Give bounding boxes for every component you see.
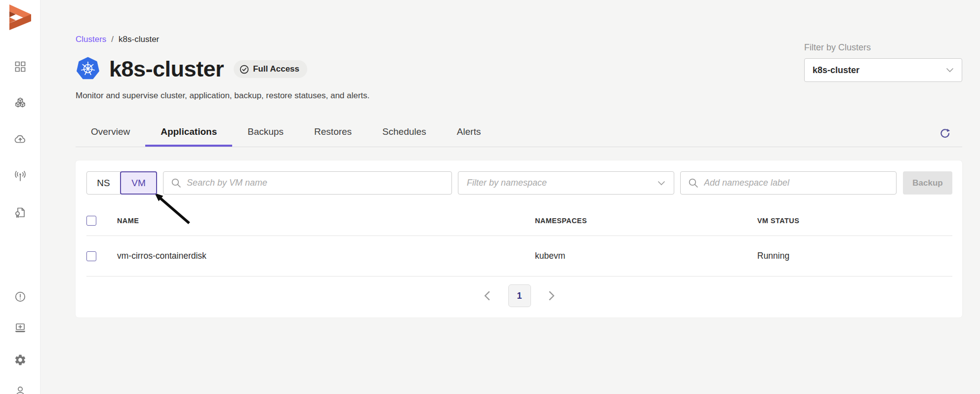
alerts-exclamation-icon[interactable] <box>13 289 28 304</box>
column-header-name: NAME <box>117 217 535 225</box>
vm-search-box <box>163 171 452 195</box>
breadcrumb-clusters-link[interactable]: Clusters <box>76 35 106 44</box>
access-badge: Full Access <box>234 60 307 78</box>
reports-certificate-icon[interactable] <box>13 205 28 220</box>
refresh-icon[interactable] <box>939 128 951 141</box>
tab-overview[interactable]: Overview <box>76 119 145 147</box>
search-icon <box>688 178 698 188</box>
vm-search-input[interactable] <box>187 178 444 188</box>
namespace-label-input[interactable] <box>704 178 889 188</box>
cluster-filter: Filter by Clusters k8s-cluster <box>804 42 962 82</box>
applications-cubes-icon[interactable] <box>13 96 28 111</box>
chevron-right-icon[interactable] <box>546 290 558 302</box>
ns-toggle-button[interactable]: NS <box>86 171 121 195</box>
tab-alerts[interactable]: Alerts <box>442 119 496 147</box>
chevron-down-icon <box>657 181 665 186</box>
search-icon <box>171 178 181 188</box>
applications-panel: NS VM Filter by namespace <box>76 160 962 317</box>
access-badge-label: Full Access <box>253 64 299 74</box>
kubernetes-icon <box>76 57 100 81</box>
cell-namespaces: kubevm <box>535 251 757 261</box>
vm-toggle-button[interactable]: VM <box>120 171 157 195</box>
cluster-filter-label: Filter by Clusters <box>804 42 962 53</box>
breadcrumb-separator: / <box>111 35 114 44</box>
sidebar-nav <box>13 59 28 394</box>
namespace-filter-placeholder: Filter by namespace <box>467 178 547 188</box>
dashboard-grid-icon[interactable] <box>13 59 28 74</box>
cluster-select-value: k8s-cluster <box>813 65 859 76</box>
column-header-namespaces: NAMESPACES <box>535 217 757 225</box>
cell-vm-status: Running <box>757 251 952 261</box>
table-row: vm-cirros-containerdisk kubevm Running <box>86 236 952 276</box>
chevron-left-icon[interactable] <box>482 290 493 302</box>
tab-restores[interactable]: Restores <box>299 119 367 147</box>
column-header-vm-status: VM STATUS <box>757 217 952 225</box>
toolbar: NS VM Filter by namespace <box>86 171 952 195</box>
check-circle-icon <box>240 65 249 74</box>
chevron-down-icon <box>946 68 954 73</box>
page-number-button[interactable]: 1 <box>508 284 531 307</box>
select-all-checkbox[interactable] <box>86 216 96 226</box>
breadcrumb: Clusters / k8s-cluster <box>76 35 369 44</box>
settings-gear-icon[interactable] <box>13 353 28 367</box>
cluster-select[interactable]: k8s-cluster <box>804 58 962 82</box>
namespace-label-box <box>680 171 897 195</box>
table-header-row: NAME NAMESPACES VM STATUS <box>86 205 952 236</box>
page-header: Clusters / k8s-cluster <box>76 35 369 101</box>
cell-vm-name: vm-cirros-containerdisk <box>117 251 535 261</box>
row-checkbox[interactable] <box>86 251 96 261</box>
tab-schedules[interactable]: Schedules <box>367 119 442 147</box>
profile-user-icon[interactable] <box>13 384 28 394</box>
namespace-filter-select[interactable]: Filter by namespace <box>458 171 674 195</box>
tab-bar: Overview Applications Backups Restores S… <box>76 119 962 147</box>
trilio-logo[interactable] <box>8 4 32 31</box>
page-subtitle: Monitor and supervise cluster, applicati… <box>76 91 369 101</box>
backup-cloud-upload-icon[interactable] <box>13 132 28 147</box>
backup-button[interactable]: Backup <box>903 171 952 195</box>
page-title: k8s-cluster <box>109 56 224 82</box>
resources-laptop-plus-icon[interactable] <box>13 321 28 336</box>
tab-applications[interactable]: Applications <box>145 119 232 147</box>
pagination: 1 <box>86 276 952 315</box>
monitoring-antenna-icon[interactable] <box>13 169 28 184</box>
breadcrumb-current: k8s-cluster <box>119 35 159 44</box>
vm-table: NAME NAMESPACES VM STATUS vm-cirros-cont… <box>86 205 952 276</box>
tab-backups[interactable]: Backups <box>232 119 299 147</box>
sidebar <box>0 0 41 394</box>
main-content: Clusters / k8s-cluster <box>41 0 980 394</box>
